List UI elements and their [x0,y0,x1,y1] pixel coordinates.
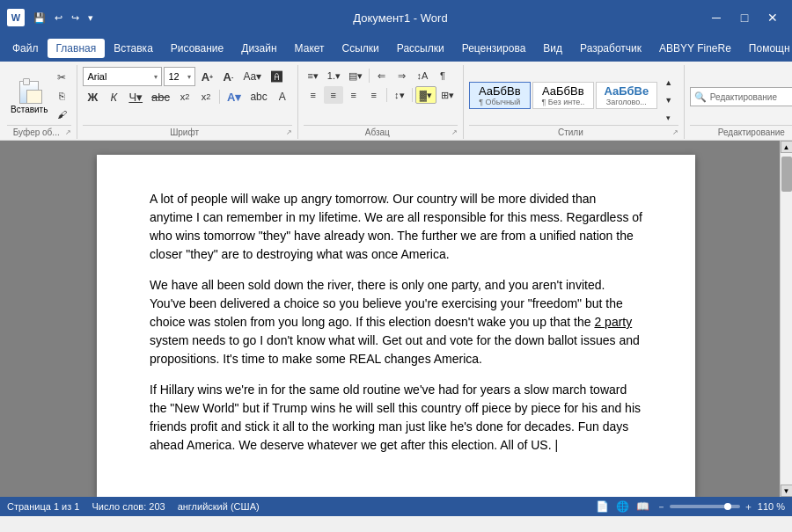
menu-file[interactable]: Файл [4,39,48,58]
quick-access-toolbar: 💾 ↩ ↪ ▾ [30,11,97,26]
cut-button[interactable]: ✂ [52,69,71,86]
scroll-up-arrow[interactable]: ▲ [781,141,793,153]
justify-btn[interactable]: ≡ [364,86,384,104]
highlight-color-btn[interactable]: abc [246,88,270,106]
decrease-indent-btn[interactable]: ⇐ [372,67,392,84]
view-print-btn[interactable]: 📄 [596,500,609,513]
customize-quick-btn[interactable]: ▾ [84,11,97,26]
document-page[interactable]: A lot of people will wake up angry tomor… [97,155,695,497]
title-bar-left: W 💾 ↩ ↪ ▾ [7,9,97,26]
paragraph-expand[interactable]: ↗ [451,128,458,136]
menu-bar: Файл Главная Вставка Рисование Дизайн Ма… [0,35,792,62]
window-title: Документ1 - Word [97,11,704,25]
strikethrough-button[interactable]: abc [148,88,173,106]
borders-btn[interactable]: ⊞▾ [437,86,458,104]
redo-quick-btn[interactable]: ↪ [68,11,83,26]
scroll-down-arrow[interactable]: ▼ [781,485,793,497]
styles-scroll-up[interactable]: ▲ [659,74,678,91]
editing-label: Редактирование [710,92,777,102]
clear-format-btn[interactable]: 🅰 [267,68,286,85]
undo-quick-btn[interactable]: ↩ [51,11,66,26]
zoom-in-btn[interactable]: ＋ [744,500,753,514]
style-heading1[interactable]: АаБбВе Заголово... [596,82,657,109]
styles-scroll-down[interactable]: ▼ [659,91,678,109]
underline-button[interactable]: Ч▾ [125,88,146,106]
increase-font-btn[interactable]: A+ [197,68,216,85]
zoom-slider[interactable] [670,505,740,508]
underline-2: 2 party [594,315,632,329]
scroll-thumb[interactable] [781,157,792,192]
change-case-btn[interactable]: Аа▾ [239,68,265,85]
close-button[interactable]: ✕ [760,5,785,30]
paragraph-1: A lot of people will wake up angry tomor… [150,190,642,264]
search-editing-btn[interactable]: 🔍 Редактирование [690,87,792,106]
menu-review[interactable]: Рецензирова [453,39,535,58]
copy-button[interactable]: ⎘ [52,87,71,105]
paragraph-2: We have all been sold down the river, th… [150,276,642,368]
text-cursor [554,438,558,452]
text-effects-btn[interactable]: А▾ [224,88,245,106]
zoom-out-btn[interactable]: － [656,500,666,514]
menu-view[interactable]: Вид [534,39,571,58]
align-center-btn[interactable]: ≡ [324,86,343,104]
bullets-btn[interactable]: ≡▾ [304,67,323,84]
paste-button[interactable]: Вставить [7,74,51,116]
maximize-button[interactable]: □ [732,5,757,30]
title-bar: W 💾 ↩ ↪ ▾ Документ1 - Word ─ □ ✕ [0,0,792,35]
word-count: Число слов: 203 [92,501,165,512]
status-bar: Страница 1 из 1 Число слов: 203 английск… [0,497,792,516]
paragraph-group: ≡▾ 1.▾ ▤▾ ⇐ ⇒ ↕A ¶ ≡ ≡ ≡ ≡ ↕▾ [300,65,464,139]
style-no-spacing[interactable]: АаБбВв ¶ Без инте.. [532,82,594,109]
styles-more[interactable]: ▾ [659,109,678,127]
paragraph-3: If Hillary wins we're in for the same ol… [150,381,642,455]
numbering-btn[interactable]: 1.▾ [324,67,344,84]
paste-label: Вставить [11,105,48,114]
menu-insert[interactable]: Вставка [105,39,162,58]
multilevel-btn[interactable]: ▤▾ [345,67,366,84]
menu-home[interactable]: Главная [48,39,106,58]
superscript-button[interactable]: x2 [196,88,216,106]
style-normal[interactable]: АаБбВв ¶ Обычный [469,82,531,109]
show-marks-btn[interactable]: ¶ [433,67,452,84]
search-icon: 🔍 [694,91,707,103]
language-indicator: английский (США) [178,501,260,512]
line-spacing-btn[interactable]: ↕▾ [390,86,409,104]
format-painter-button[interactable]: 🖌 [52,106,71,123]
font-name-input[interactable]: Arial ▾ [83,67,162,86]
view-read-btn[interactable]: 📖 [636,500,649,513]
minimize-button[interactable]: ─ [704,5,729,30]
menu-abbyy[interactable]: ABBYY FineRe [650,39,740,58]
subscript-button[interactable]: x2 [175,88,194,106]
view-web-btn[interactable]: 🌐 [616,500,629,513]
styles-expand[interactable]: ↗ [672,128,678,136]
italic-button[interactable]: К [104,88,123,106]
font-expand[interactable]: ↗ [286,128,292,136]
menu-draw[interactable]: Рисование [162,39,232,58]
word-app-icon: W [7,9,25,26]
menu-design[interactable]: Дизайн [232,39,285,58]
decrease-font-btn[interactable]: A- [218,68,238,85]
align-right-btn[interactable]: ≡ [344,86,363,104]
font-label: Шрифт [83,128,285,137]
ribbon: Вставить ✂ ⎘ 🖌 Буфер об... ↗ [0,62,792,141]
menu-references[interactable]: Ссылки [334,39,388,58]
font-color-btn[interactable]: А [273,88,292,106]
clipboard-group: Вставить ✂ ⎘ 🖌 Буфер об... ↗ [4,65,77,139]
editing-label-text: Редактирование [690,128,792,137]
clipboard-expand[interactable]: ↗ [65,128,71,136]
increase-indent-btn[interactable]: ⇒ [392,67,412,84]
styles-label: Стили [469,128,672,137]
zoom-level[interactable]: 110 % [757,501,785,512]
shading-btn[interactable]: ▓▾ [415,86,436,104]
menu-developer[interactable]: Разработчик [571,39,650,58]
bold-button[interactable]: Ж [83,88,102,106]
sort-btn[interactable]: ↕A [413,67,432,84]
menu-mailings[interactable]: Рассылки [388,39,453,58]
align-left-btn[interactable]: ≡ [304,86,323,104]
clipboard-label: Буфер об... [7,128,65,137]
menu-layout[interactable]: Макет [286,39,334,58]
save-quick-btn[interactable]: 💾 [30,11,49,26]
font-size-input[interactable]: 12 ▾ [164,67,195,86]
menu-help[interactable]: Помощн [740,39,792,58]
font-group: Arial ▾ 12 ▾ A+ A- Аа▾ 🅰 Ж К Ч▾ [79,65,297,139]
